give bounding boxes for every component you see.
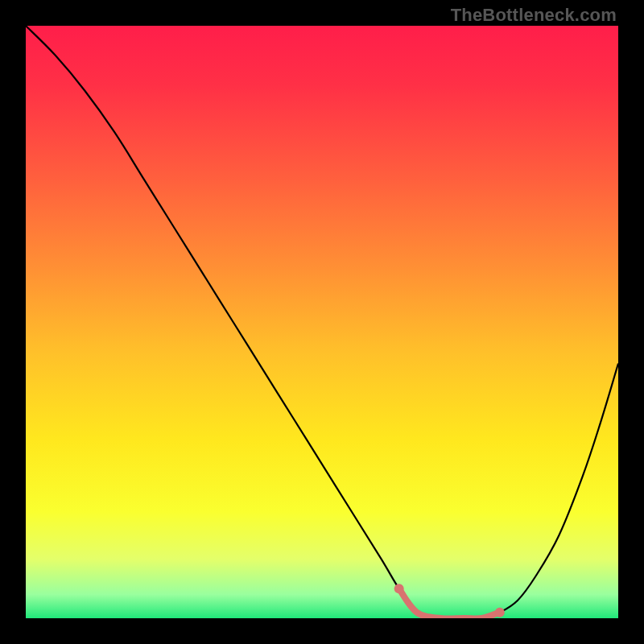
plot-area (26, 26, 618, 618)
chart-frame: TheBottleneck.com (0, 0, 644, 644)
watermark-text: TheBottleneck.com (451, 5, 617, 26)
bottleneck-curve (26, 26, 618, 618)
svg-point-2 (495, 608, 505, 617)
svg-point-1 (394, 584, 404, 593)
optimal-range-endpoints (394, 584, 505, 617)
curve-layer (26, 26, 618, 618)
optimal-range-curve (399, 588, 500, 618)
